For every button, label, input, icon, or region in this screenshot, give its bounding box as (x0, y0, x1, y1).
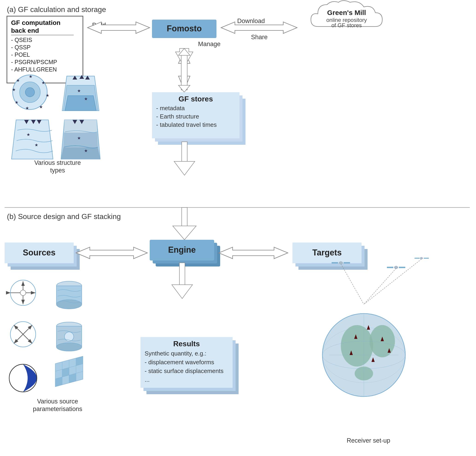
svg-text:★: ★ (46, 93, 49, 98)
results-item1: - displacement waveforms (144, 359, 214, 366)
svg-marker-56 (172, 285, 193, 298)
svg-text:★: ★ (84, 149, 88, 153)
svg-marker-54 (173, 226, 196, 240)
sources-to-engine-arrow (76, 247, 147, 259)
results-intro: Synthetic quantity, e.g.: (144, 350, 206, 357)
svg-point-75 (56, 343, 82, 351)
svg-text:- PSGRN/PSCMP: - PSGRN/PSCMP (11, 59, 57, 65)
gf-stores-item2: - Earth structure (156, 113, 199, 120)
build-arrow (87, 22, 150, 34)
svg-marker-45 (61, 148, 100, 159)
gf-stores-item1: - metadata (156, 105, 185, 112)
svg-text:- AHFULLGREEN: - AHFULLGREEN (11, 66, 57, 73)
svg-line-102 (341, 264, 364, 304)
svg-point-19 (25, 88, 34, 97)
section-a-label: (a) GF calculation and storage (7, 5, 106, 14)
source-type-explosion (10, 280, 36, 306)
gf-computation-title: GF computation (11, 19, 60, 26)
svg-point-67 (56, 300, 82, 309)
svg-text:- QSEIS: - QSEIS (11, 37, 32, 43)
results-item3: ... (144, 376, 150, 383)
greens-mill-cloud: Green's Mill online repository of GF sto… (311, 1, 382, 29)
svg-text:★: ★ (26, 132, 30, 137)
svg-text:- QSSP: - QSSP (11, 44, 31, 51)
receiver-setup (323, 257, 429, 396)
svg-rect-96 (399, 267, 405, 268)
section-b-label: (b) Source design and GF stacking (7, 212, 121, 221)
structure-type-3: ★ ★ (11, 120, 53, 159)
svg-text:★: ★ (84, 96, 88, 101)
svg-rect-92 (344, 262, 350, 263)
svg-rect-14 (181, 53, 187, 90)
gfstores-to-sectionb-arrow (174, 142, 195, 175)
svg-text:- POEL: - POEL (11, 52, 30, 58)
source-type-cylinder (56, 281, 82, 309)
svg-rect-100 (424, 258, 429, 259)
targets-label: Targets (312, 248, 341, 257)
svg-rect-95 (387, 267, 393, 268)
svg-text:★: ★ (29, 74, 33, 79)
svg-text:★: ★ (12, 87, 16, 92)
structure-type-4: ★ ★ (61, 120, 100, 159)
svg-line-71 (14, 325, 23, 334)
svg-text:Green's Mill: Green's Mill (327, 9, 366, 16)
results-item2: - static surface displacements (144, 368, 223, 374)
svg-marker-30 (65, 96, 96, 111)
svg-line-103 (364, 268, 396, 304)
svg-text:of GF stores: of GF stores (332, 22, 362, 28)
manage-label: Manage (198, 41, 221, 47)
source-type-moment-tensor (9, 364, 37, 392)
share-label: Share (251, 34, 268, 41)
receiver-setup-label: Receiver set-up (347, 437, 390, 444)
svg-line-104 (364, 259, 421, 304)
results-title: Results (173, 340, 200, 348)
source-params-label: Various source (37, 398, 78, 405)
svg-point-106 (341, 325, 373, 367)
gf-stores-title: GF stores (178, 95, 213, 103)
svg-point-76 (65, 332, 74, 341)
engine-to-results-arrow (172, 263, 193, 298)
manage-double-arrow (178, 48, 190, 92)
gf-stores-item3: - tabulated travel times (156, 121, 217, 128)
svg-line-72 (23, 334, 32, 343)
svg-text:types: types (50, 167, 65, 174)
source-type-grid (55, 356, 83, 387)
svg-text:★: ★ (15, 100, 18, 105)
structure-type-2: ★ ★ (62, 75, 99, 111)
svg-line-69 (23, 325, 32, 334)
svg-rect-99 (415, 258, 420, 259)
structure-types-label: Various structure (34, 159, 81, 166)
svg-marker-16 (178, 85, 190, 92)
svg-line-70 (14, 334, 23, 343)
source-type-double-couple (10, 322, 36, 347)
targets-to-engine-arrow (219, 247, 288, 259)
svg-text:★: ★ (25, 106, 29, 110)
svg-text:★: ★ (16, 78, 20, 83)
svg-text:★: ★ (77, 136, 81, 140)
svg-point-101 (420, 257, 423, 259)
svg-text:parameterisations: parameterisations (33, 405, 82, 412)
engine-label: Engine (168, 245, 196, 254)
svg-rect-91 (332, 262, 338, 263)
svg-marker-36 (11, 120, 53, 159)
svg-text:back end: back end (11, 27, 39, 34)
svg-marker-52 (174, 161, 195, 175)
svg-text:★: ★ (77, 88, 81, 93)
section-ab-arrow (173, 208, 196, 240)
fomosto-label: Fomosto (167, 24, 202, 33)
svg-point-58 (20, 290, 26, 296)
svg-text:★: ★ (42, 80, 45, 85)
source-type-rect-patch (56, 322, 82, 351)
sources-label: Sources (23, 248, 56, 257)
download-label: Download (237, 18, 265, 25)
svg-text:★: ★ (39, 105, 43, 109)
svg-text:★: ★ (34, 143, 38, 147)
